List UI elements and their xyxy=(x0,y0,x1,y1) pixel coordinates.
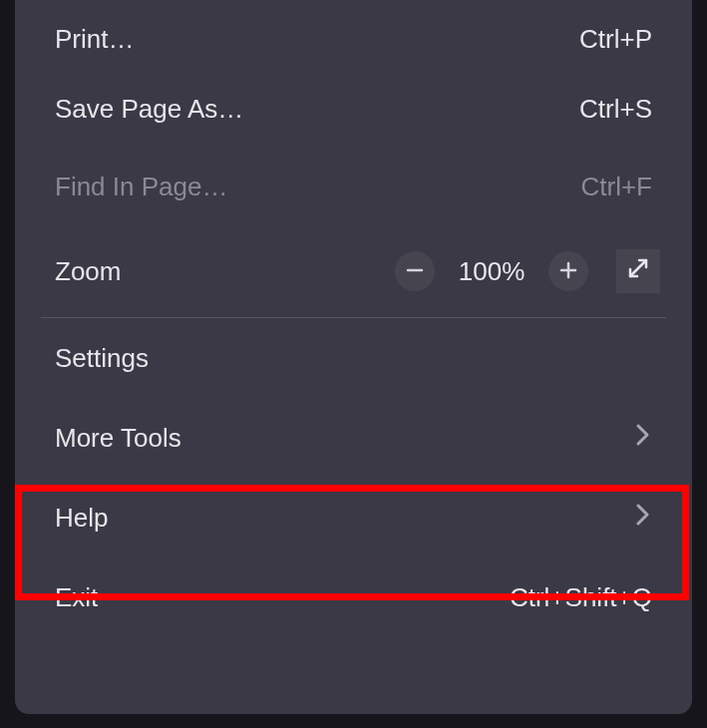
menu-label: Exit xyxy=(55,582,98,613)
menu-shortcut: Ctrl+P xyxy=(579,24,652,55)
minus-icon xyxy=(405,256,425,287)
menu-label: Settings xyxy=(55,343,149,374)
zoom-value: 100% xyxy=(457,256,527,287)
menu-label: Help xyxy=(55,503,108,534)
menu-item-find-in-page: Find In Page… Ctrl+F xyxy=(15,148,692,225)
zoom-label: Zoom xyxy=(55,256,121,287)
menu-shortcut: Ctrl+S xyxy=(579,94,652,125)
zoom-out-button[interactable] xyxy=(395,251,435,291)
menu-item-settings[interactable]: Settings xyxy=(15,318,692,398)
chevron-right-icon xyxy=(634,501,652,536)
zoom-controls: 100% xyxy=(395,249,660,293)
menu-label: More Tools xyxy=(55,423,181,454)
menu-item-print[interactable]: Print… Ctrl+P xyxy=(15,0,692,70)
menu-item-more-tools[interactable]: More Tools xyxy=(15,398,692,478)
menu-label: Print… xyxy=(55,24,134,55)
menu-item-save-page-as[interactable]: Save Page As… Ctrl+S xyxy=(15,70,692,148)
fullscreen-icon xyxy=(625,255,651,288)
menu-label: Save Page As… xyxy=(55,94,243,125)
application-menu: Print… Ctrl+P Save Page As… Ctrl+S Find … xyxy=(15,0,692,714)
menu-item-help[interactable]: Help xyxy=(15,478,692,557)
svg-line-3 xyxy=(630,260,646,276)
fullscreen-button[interactable] xyxy=(616,249,660,293)
menu-shortcut: Ctrl+Shift+Q xyxy=(510,582,652,613)
zoom-in-button[interactable] xyxy=(548,251,588,291)
menu-shortcut: Ctrl+F xyxy=(581,172,653,202)
plus-icon xyxy=(558,256,578,287)
chevron-right-icon xyxy=(634,421,652,456)
menu-item-exit[interactable]: Exit Ctrl+Shift+Q xyxy=(15,557,692,637)
zoom-row: Zoom 100% xyxy=(15,225,692,317)
menu-label: Find In Page… xyxy=(55,172,227,202)
